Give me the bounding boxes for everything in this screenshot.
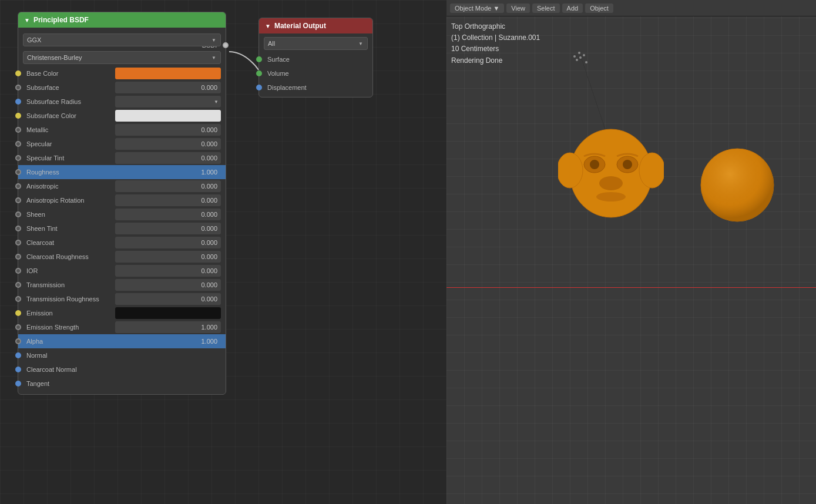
ior-socket bbox=[15, 268, 21, 274]
transmission-roughness-value[interactable]: 0.000 bbox=[115, 293, 221, 305]
roughness-socket bbox=[15, 169, 21, 175]
clearcoat-normal-row[interactable]: Clearcoat Normal bbox=[18, 362, 226, 377]
roughness-value[interactable]: 1.000 bbox=[115, 166, 221, 178]
base-color-row[interactable]: Base Color bbox=[18, 66, 226, 80]
subsurface-radius-value[interactable]: ▼ bbox=[115, 96, 221, 107]
subsurface-value[interactable]: 0.000 bbox=[115, 82, 221, 93]
mo-target-dropdown-wrapper[interactable]: All Cycles EEVEE bbox=[264, 37, 368, 50]
anisotropic-rotation-label: Anisotropic Rotation bbox=[26, 197, 115, 204]
object-button[interactable]: Object bbox=[585, 4, 613, 13]
distribution-row[interactable]: GGX bbox=[18, 31, 226, 49]
clearcoat-roughness-socket bbox=[15, 254, 21, 260]
clearcoat-roughness-label: Clearcoat Roughness bbox=[26, 253, 115, 260]
svg-point-5 bbox=[585, 61, 587, 63]
subsurface-method-row[interactable]: Christensen-Burley bbox=[18, 49, 226, 66]
emission-strength-row[interactable]: Emission Strength 1.000 bbox=[18, 320, 226, 334]
ior-label: IOR bbox=[26, 267, 115, 274]
anisotropic-rotation-value[interactable]: 0.000 bbox=[115, 194, 221, 206]
select-button[interactable]: Select bbox=[532, 4, 560, 13]
transmission-label: Transmission bbox=[26, 281, 115, 288]
material-output-node[interactable]: ▼ Material Output All Cycles EEVEE Surfa… bbox=[258, 18, 373, 98]
svg-point-17 bbox=[701, 149, 774, 221]
anisotropic-rotation-row[interactable]: Anisotropic Rotation 0.000 bbox=[18, 193, 226, 207]
emission-row[interactable]: Emission bbox=[18, 306, 226, 320]
subsurface-radius-socket bbox=[15, 99, 21, 105]
mo-volume-socket bbox=[256, 70, 262, 76]
sheen-row[interactable]: Sheen 0.000 bbox=[18, 207, 226, 221]
transmission-row[interactable]: Transmission 0.000 bbox=[18, 278, 226, 292]
subsurface-method-dropdown-wrapper[interactable]: Christensen-Burley bbox=[23, 51, 221, 64]
viewport-content bbox=[446, 0, 816, 504]
subsurface-color-row[interactable]: Subsurface Color bbox=[18, 109, 226, 123]
specular-value[interactable]: 0.000 bbox=[115, 138, 221, 150]
ior-row[interactable]: IOR 0.000 bbox=[18, 264, 226, 278]
subsurface-color-value[interactable] bbox=[115, 110, 221, 122]
emission-socket bbox=[15, 310, 21, 316]
sheen-tint-row[interactable]: Sheen Tint 0.000 bbox=[18, 221, 226, 236]
svg-point-3 bbox=[583, 54, 585, 56]
mo-surface-socket bbox=[256, 56, 262, 62]
tangent-row[interactable]: Tangent bbox=[18, 377, 226, 391]
add-button[interactable]: Add bbox=[562, 4, 583, 13]
clearcoat-roughness-row[interactable]: Clearcoat Roughness 0.000 bbox=[18, 250, 226, 264]
svg-point-6 bbox=[578, 52, 580, 54]
bsdf-node[interactable]: ▼ Principled BSDF BSDF GGX Christ bbox=[18, 12, 226, 395]
transmission-socket bbox=[15, 282, 21, 288]
transmission-value[interactable]: 0.000 bbox=[115, 279, 221, 291]
anisotropic-value[interactable]: 0.000 bbox=[115, 180, 221, 192]
distribution-dropdown-wrapper[interactable]: GGX bbox=[23, 33, 221, 46]
base-color-value[interactable] bbox=[115, 68, 221, 79]
clearcoat-row[interactable]: Clearcoat 0.000 bbox=[18, 236, 226, 250]
clearcoat-label: Clearcoat bbox=[26, 239, 115, 246]
tangent-socket bbox=[15, 381, 21, 387]
distribution-select[interactable]: GGX bbox=[23, 33, 221, 46]
anisotropic-socket bbox=[15, 183, 21, 189]
emission-value[interactable] bbox=[115, 307, 221, 319]
emission-strength-socket bbox=[15, 324, 21, 330]
svg-point-7 bbox=[570, 129, 652, 217]
view-button[interactable]: View bbox=[506, 4, 530, 13]
subsurface-radius-row[interactable]: Subsurface Radius ▼ bbox=[18, 95, 226, 109]
bsdf-node-title: Principled BSDF bbox=[33, 16, 89, 24]
specular-tint-socket bbox=[15, 155, 21, 161]
metallic-row[interactable]: Metallic 0.000 bbox=[18, 123, 226, 137]
mo-displacement-label: Displacement bbox=[267, 84, 307, 91]
alpha-socket bbox=[15, 338, 21, 344]
mo-target-select[interactable]: All Cycles EEVEE bbox=[264, 37, 368, 50]
sheen-tint-value[interactable]: 0.000 bbox=[115, 223, 221, 234]
alpha-row[interactable]: Alpha 1.000 bbox=[18, 334, 226, 348]
emission-strength-value[interactable]: 1.000 bbox=[115, 321, 221, 333]
alpha-value[interactable]: 1.000 bbox=[115, 335, 221, 347]
material-output-title: Material Output bbox=[274, 22, 326, 30]
mo-target-row[interactable]: All Cycles EEVEE bbox=[264, 37, 368, 50]
roughness-row[interactable]: Roughness 1.000 bbox=[18, 165, 226, 179]
mo-surface-row[interactable]: Surface bbox=[259, 52, 372, 66]
mo-volume-row[interactable]: Volume bbox=[259, 66, 372, 80]
specular-tint-value[interactable]: 0.000 bbox=[115, 152, 221, 164]
clearcoat-normal-socket bbox=[15, 367, 21, 372]
subsurface-method-select[interactable]: Christensen-Burley bbox=[23, 51, 221, 64]
object-mode-button[interactable]: Object Mode ▼ bbox=[450, 4, 504, 13]
ior-value[interactable]: 0.000 bbox=[115, 265, 221, 277]
metallic-value[interactable]: 0.000 bbox=[115, 124, 221, 136]
normal-row[interactable]: Normal bbox=[18, 348, 226, 362]
svg-point-2 bbox=[576, 59, 578, 61]
specular-row[interactable]: Specular 0.000 bbox=[18, 137, 226, 151]
sheen-label: Sheen bbox=[26, 211, 115, 218]
specular-tint-row[interactable]: Specular Tint 0.000 bbox=[18, 151, 226, 165]
anisotropic-row[interactable]: Anisotropic 0.000 bbox=[18, 179, 226, 193]
subsurface-row[interactable]: Subsurface 0.000 bbox=[18, 80, 226, 95]
metallic-socket bbox=[15, 127, 21, 133]
viewport-toolbar[interactable]: Object Mode ▼ View Select Add Object bbox=[446, 0, 816, 16]
sheen-value[interactable]: 0.000 bbox=[115, 209, 221, 220]
anisotropic-label: Anisotropic bbox=[26, 183, 115, 190]
clearcoat-value[interactable]: 0.000 bbox=[115, 237, 221, 248]
svg-point-12 bbox=[617, 156, 638, 173]
svg-line-0 bbox=[582, 59, 629, 200]
clearcoat-roughness-value[interactable]: 0.000 bbox=[115, 251, 221, 263]
mo-surface-label: Surface bbox=[267, 56, 290, 63]
mo-displacement-row[interactable]: Displacement bbox=[259, 80, 372, 95]
subsurface-radius-label: Subsurface Radius bbox=[26, 98, 115, 105]
transmission-roughness-row[interactable]: Transmission Roughness 0.000 bbox=[18, 292, 226, 306]
svg-point-15 bbox=[596, 192, 626, 201]
